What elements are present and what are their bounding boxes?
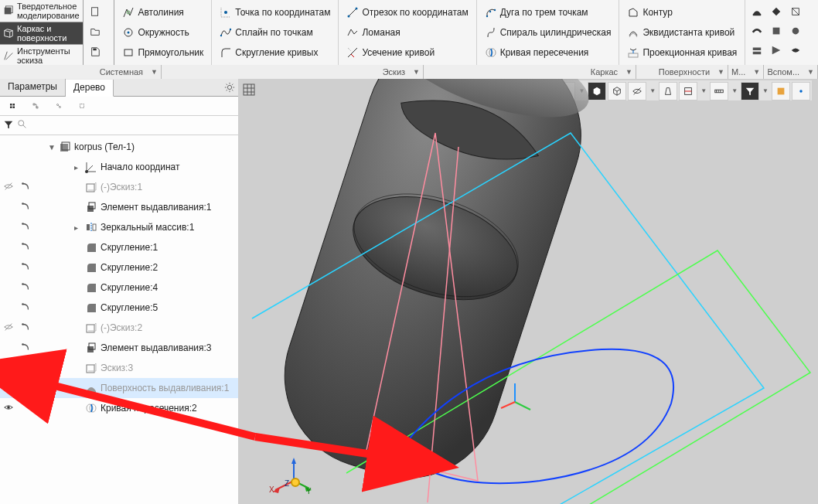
chevron-down-icon: ▼: [151, 68, 158, 76]
segment-coords-button[interactable]: Отрезок по координатам: [343, 3, 471, 22]
include-icon[interactable]: [20, 322, 31, 335]
tree-item-sk2[interactable]: (-)Эскиз:2: [0, 318, 238, 338]
surf-icon-9[interactable]: [787, 42, 804, 59]
ribbon-label: Ломаная: [362, 27, 400, 38]
tree-item-fil2[interactable]: Скругление:2: [0, 257, 238, 278]
surf-icon-5[interactable]: [768, 22, 785, 39]
include-icon[interactable]: [20, 181, 31, 194]
tree-relation-button[interactable]: [51, 98, 66, 114]
include-icon[interactable]: [20, 342, 31, 355]
tree-item-sk3[interactable]: Эскиз:3: [0, 358, 238, 378]
surface-icon: [3, 28, 14, 39]
tree-item-sk1[interactable]: (-)Эскиз:1: [0, 177, 238, 197]
spiral-button[interactable]: Спираль цилиндрическая: [482, 23, 615, 42]
strip-m[interactable]: М...▼: [728, 65, 764, 79]
quick-toolbar: [84, 0, 115, 65]
trim-button[interactable]: Усечение кривой: [343, 43, 471, 62]
save-button[interactable]: [87, 43, 104, 60]
visibility-off-icon[interactable]: [3, 322, 14, 335]
svg-rect-24: [629, 53, 638, 57]
chevron-down-icon: ▼: [625, 68, 632, 76]
strip-frame[interactable]: Каркас▼: [424, 65, 636, 79]
viewport[interactable]: ▼ ▼ ▼ ▼ ▼ ▼ ▼: [238, 79, 818, 504]
curve-fillet-button[interactable]: Скругление кривых: [216, 43, 333, 62]
offset-curve-button[interactable]: Эквидистанта кривой: [624, 23, 740, 42]
rect-icon: [122, 46, 135, 59]
new-button[interactable]: [87, 3, 104, 20]
contour-button[interactable]: Контур: [624, 3, 740, 22]
collapse-icon[interactable]: ▼: [48, 143, 56, 152]
point-coords-button[interactable]: Точка по координатам: [216, 3, 333, 22]
include-icon[interactable]: [20, 221, 31, 234]
surf-icon-7[interactable]: [748, 42, 765, 59]
tree-item-mirror1[interactable]: ▸Зеркальный массив:1: [0, 217, 238, 237]
ribbon-group-curves: Дуга по трем точкам Спираль цилиндрическ…: [477, 0, 620, 65]
include-icon[interactable]: [20, 241, 31, 254]
tree-select-button[interactable]: [74, 98, 90, 114]
visibility-off-icon[interactable]: [3, 181, 14, 194]
tree-item-fil1[interactable]: Скругление:1: [0, 237, 238, 257]
panel-settings-button[interactable]: [221, 79, 238, 96]
tree-item-surfextr1[interactable]: Поверхность выдавливания:1: [0, 378, 238, 398]
tree-struct-button[interactable]: [28, 98, 43, 114]
autoline-button[interactable]: Автолиния: [119, 3, 206, 22]
ws-tab-solid[interactable]: Твердотельное моделирование: [0, 0, 83, 22]
svg-line-99: [515, 402, 530, 410]
tab-tree[interactable]: Дерево: [66, 80, 114, 97]
model-view: [238, 79, 818, 504]
surf-icon-2[interactable]: [768, 3, 785, 20]
tree-item-fil5[interactable]: Скругление:5: [0, 298, 238, 318]
strip-vspom[interactable]: Вспом...▼: [764, 65, 818, 79]
include-icon[interactable]: [20, 261, 31, 274]
surf-icon-4[interactable]: [748, 22, 765, 39]
surf-icon-8[interactable]: [768, 42, 785, 59]
panel-search: [0, 116, 238, 135]
open-button[interactable]: [87, 23, 104, 40]
include-icon[interactable]: [20, 201, 31, 214]
ribbon-label: Окружность: [138, 27, 189, 38]
spline-button[interactable]: Сплайн по точкам: [216, 23, 333, 42]
surf-icon-1[interactable]: [748, 3, 765, 20]
intersection-icon: [485, 46, 497, 59]
svg-rect-12: [124, 49, 132, 56]
filter-icon[interactable]: [3, 119, 14, 132]
arc3pt-button[interactable]: Дуга по трем точкам: [482, 3, 615, 22]
axis-y-label: Y: [306, 487, 312, 495]
svg-point-45: [60, 107, 61, 108]
strip-surfaces[interactable]: Поверхности▼: [636, 65, 728, 79]
include-icon[interactable]: [20, 281, 31, 295]
tab-params[interactable]: Параметры: [0, 79, 66, 96]
include-icon[interactable]: [20, 362, 31, 375]
surface-icon: [85, 382, 97, 394]
polyline-button[interactable]: Ломаная: [343, 23, 471, 42]
ribbon-group-draw: Автолиния Окружность Прямоугольник: [114, 0, 212, 65]
visibility-on-icon[interactable]: [3, 402, 14, 415]
visibility-off-icon[interactable]: [3, 382, 14, 395]
tree-item-extr1[interactable]: Элемент выдавливания:1: [0, 197, 238, 217]
ribbon-label: Спираль цилиндрическая: [500, 27, 612, 38]
tree-item-origin[interactable]: ▸Начало координат: [0, 157, 238, 177]
strip-sketch[interactable]: Эскиз▼: [162, 65, 424, 79]
expand-icon[interactable]: ▸: [74, 223, 82, 232]
circle-button[interactable]: Окружность: [119, 23, 206, 42]
extrude-icon: [85, 201, 97, 213]
search-input[interactable]: [31, 119, 235, 131]
tree-display-button[interactable]: [5, 98, 20, 114]
expand-icon[interactable]: ▸: [74, 163, 82, 172]
tree-root[interactable]: ▼ korpus (Тел-1): [0, 137, 238, 157]
rect-button[interactable]: Прямоугольник: [119, 43, 206, 62]
strip-system[interactable]: Системная▼: [0, 65, 162, 79]
workspace-tabs: Твердотельное моделирование Каркас и пов…: [0, 0, 84, 65]
tree-item-extr3[interactable]: Элемент выдавливания:3: [0, 338, 238, 358]
surf-icon-6[interactable]: [787, 22, 804, 39]
svg-point-14: [220, 35, 222, 36]
surf-icon-3[interactable]: [787, 3, 804, 20]
intersection-curve-button[interactable]: Кривая пересечения: [482, 43, 615, 62]
tree-item-intcurve2[interactable]: Кривая пересечения:2: [0, 398, 238, 418]
ws-tab-wireframe[interactable]: Каркас и поверхности: [0, 22, 83, 45]
svg-point-15: [230, 29, 231, 30]
tree-item-fil4[interactable]: Скругление:4: [0, 278, 238, 298]
project-curve-button[interactable]: Проекционная кривая: [624, 43, 740, 62]
include-icon[interactable]: [20, 301, 31, 315]
svg-line-16: [349, 9, 356, 16]
